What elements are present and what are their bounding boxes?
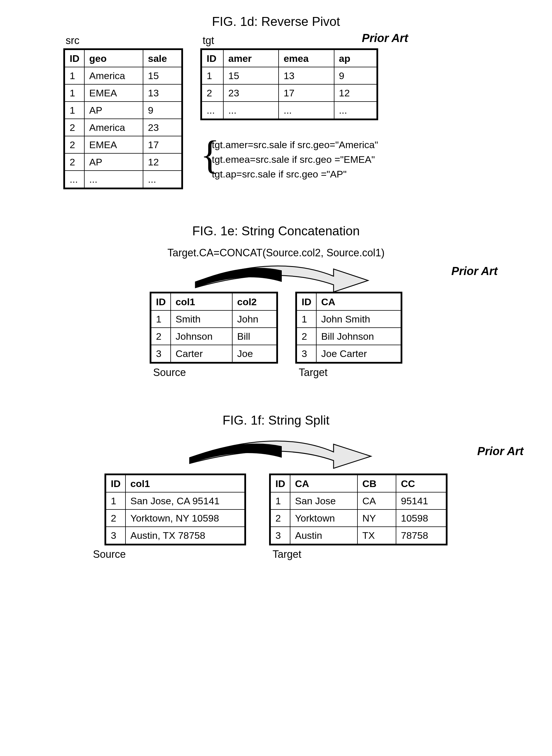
rule-line: tgt.amer=src.sale if src.geo="America"	[212, 138, 378, 152]
src-table-1f: ID col1 1San Jose, CA 95141 2Yorktown, N…	[105, 474, 246, 545]
table-header-row: ID amer emea ap	[201, 49, 377, 67]
src-block-1e: ID col1 col2 1SmithJohn 2JohnsonBill 3Ca…	[150, 292, 278, 379]
table-row: 2Bill Johnson	[296, 328, 402, 345]
table-row: 115139	[201, 67, 377, 84]
brace-icon: {	[200, 135, 220, 175]
table-row: 3Joe Carter	[296, 345, 402, 363]
figure-1e: FIG. 1e: String Concatenation Target.CA=…	[23, 224, 529, 379]
table-row: 1San JoseCA95141	[270, 492, 447, 510]
th: col1	[171, 293, 232, 311]
rule-line: tgt.ap=src.sale if src.geo ="AP"	[212, 167, 378, 182]
prior-art-1f: Prior Art	[477, 445, 524, 458]
table-row: 3CarterJoe	[150, 345, 277, 363]
table-row: 1San Jose, CA 95141	[105, 492, 245, 510]
th: ap	[334, 49, 377, 67]
table-header-row: ID CA CB CC	[270, 475, 447, 492]
tgt-label-1d: tgt	[202, 34, 378, 47]
title-1f: FIG. 1f: String Split	[23, 413, 529, 427]
table-row: 2YorktownNY10598	[270, 510, 447, 527]
src-table-1e: ID col1 col2 1SmithJohn 2JohnsonBill 3Ca…	[150, 292, 278, 364]
th: ID	[296, 293, 316, 311]
title-1e: FIG. 1e: String Concatenation	[23, 224, 529, 238]
table-row: 1John Smith	[296, 311, 402, 328]
th: CB	[358, 475, 396, 492]
table-header-row: ID geo sale	[64, 49, 182, 67]
figure-1d: FIG. 1d: Reverse Pivot Prior Art src ID …	[23, 14, 529, 189]
th: CA	[290, 475, 358, 492]
arrow-icon-1e	[172, 262, 380, 294]
src-caption-1e: Source	[153, 367, 278, 379]
th: ID	[270, 475, 290, 492]
table-row: 1AP9	[64, 102, 182, 119]
th: CC	[396, 475, 447, 492]
table-row: 1EMEA13	[64, 84, 182, 102]
src-block-1d: src ID geo sale 1America15 1EMEA13 1AP9 …	[63, 34, 183, 189]
src-caption-1f: Source	[93, 548, 246, 560]
src-label-1d: src	[65, 34, 183, 47]
th: CA	[316, 293, 402, 311]
th: amer	[223, 49, 279, 67]
figure-1f: FIG. 1f: String Split Prior Art ID col1 …	[23, 413, 529, 560]
table-row: 2AP12	[64, 153, 182, 171]
table-row: 2Yorktown, NY 10598	[105, 510, 245, 527]
th: col2	[232, 293, 277, 311]
tgt-caption-1f: Target	[273, 548, 447, 560]
th: emea	[279, 49, 334, 67]
table-row: 1SmithJohn	[150, 311, 277, 328]
table-row: 3AustinTX78758	[270, 527, 447, 545]
th: ID	[105, 475, 126, 492]
tgt-caption-1e: Target	[299, 367, 402, 379]
th: sale	[143, 49, 182, 67]
table-row: .........	[64, 171, 182, 188]
tgt-table-1e: ID CA 1John Smith 2Bill Johnson 3Joe Car…	[295, 292, 402, 364]
tgt-table-1f: ID CA CB CC 1San JoseCA95141 2YorktownNY…	[269, 474, 447, 545]
tgt-block-1d: tgt ID amer emea ap 115139 2231712 .....…	[200, 34, 378, 182]
th: ID	[64, 49, 84, 67]
table-row: 2231712	[201, 84, 377, 102]
table-header-row: ID col1	[105, 475, 245, 492]
table-row: 2America23	[64, 119, 182, 136]
tgt-table-1d: ID amer emea ap 115139 2231712 .........…	[200, 48, 378, 120]
th: geo	[84, 49, 143, 67]
src-block-1f: ID col1 1San Jose, CA 95141 2Yorktown, N…	[105, 474, 246, 560]
formula-1e: Target.CA=CONCAT(Source.col2, Source.col…	[23, 247, 529, 259]
tgt-block-1f: ID CA CB CC 1San JoseCA95141 2YorktownNY…	[269, 474, 447, 560]
table-row: 1America15	[64, 67, 182, 84]
th: ID	[150, 293, 171, 311]
th: col1	[126, 475, 245, 492]
prior-art-1d: Prior Art	[362, 32, 408, 45]
src-table-1d: ID geo sale 1America15 1EMEA13 1AP9 2Ame…	[63, 48, 183, 189]
table-row: 2EMEA17	[64, 136, 182, 153]
rules-1d: { tgt.amer=src.sale if src.geo="America"…	[203, 138, 378, 182]
table-row: 2JohnsonBill	[150, 328, 277, 345]
tgt-block-1e: ID CA 1John Smith 2Bill Johnson 3Joe Car…	[295, 292, 402, 379]
table-row: 3Austin, TX 78758	[105, 527, 245, 545]
rule-line: tgt.emea=src.sale if src.geo ="EMEA"	[212, 152, 378, 167]
title-1d: FIG. 1d: Reverse Pivot	[23, 14, 529, 29]
table-header-row: ID col1 col2	[150, 293, 277, 311]
arrow-icon-1f	[167, 436, 385, 470]
prior-art-1e: Prior Art	[451, 265, 498, 277]
table-header-row: ID CA	[296, 293, 402, 311]
table-row: ............	[201, 102, 377, 120]
th: ID	[201, 49, 223, 67]
